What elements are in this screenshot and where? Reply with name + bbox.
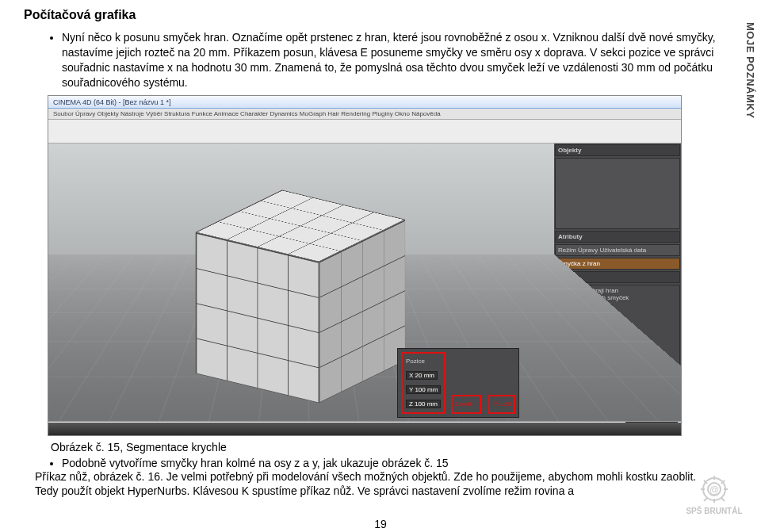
svg-text:@: @ xyxy=(709,484,719,496)
intro-bullet-1: Nyní něco k posunu smyček hran. Označíme… xyxy=(62,30,737,90)
figure-caption-bullets: Podobně vytvoříme smyčky hran kolmé na o… xyxy=(62,457,737,469)
app-menu-bar: Soubor Úpravy Objekty Nástroje Výběr Str… xyxy=(48,109,681,120)
window-title-bar: CINEMA 4D (64 Bit) - [Bez názvu 1 *] xyxy=(48,96,681,109)
coord-z: Z 100 mm xyxy=(406,400,441,408)
coord-local-highlight: Lokální xyxy=(451,395,481,414)
figure-caption-bullet-1: Podobně vytvoříme smyčky hran kolmé na o… xyxy=(62,457,737,469)
cube-object xyxy=(239,211,362,382)
figure-caption: Obrázek č. 15, Segmentace krychle xyxy=(51,441,737,454)
objects-panel-header: Objekty xyxy=(555,144,680,156)
page-number: 19 xyxy=(374,518,387,530)
objects-panel-body xyxy=(555,158,680,229)
coord-position-highlight: Pozice X 20 mm Y 100 mm Z 100 mm xyxy=(401,352,446,414)
attr-tool-name: Smyčka z hran xyxy=(555,258,680,270)
margin-note: MOJE POZNÁMKY xyxy=(744,22,756,118)
page-title: Počítačová grafika xyxy=(24,8,737,22)
gear-at-icon: @ xyxy=(695,473,733,505)
app-toolbar xyxy=(48,120,681,144)
coord-x: X 20 mm xyxy=(406,371,438,380)
coord-label: Pozice xyxy=(406,358,425,365)
os-taskbar xyxy=(48,423,681,435)
coord-y: Y 100 mm xyxy=(406,385,441,394)
intro-bullets: Nyní něco k posunu smyček hran. Označíme… xyxy=(62,30,737,90)
coord-apply-highlight: Použít xyxy=(488,395,516,414)
embedded-screenshot: CINEMA 4D (64 Bit) - [Bez názvu 1 *] Sou… xyxy=(48,95,682,436)
attributes-panel-header: Atributy xyxy=(555,231,680,243)
body-paragraph: Příkaz nůž, obrázek č. 16. Je velmi potř… xyxy=(35,469,706,499)
footer-watermark: @ SPŠ BRUNTÁL xyxy=(685,470,744,518)
attr-mode-row: Režim Úpravy Uživatelská data xyxy=(555,244,680,256)
footer-brand: SPŠ BRUNTÁL xyxy=(686,507,742,515)
